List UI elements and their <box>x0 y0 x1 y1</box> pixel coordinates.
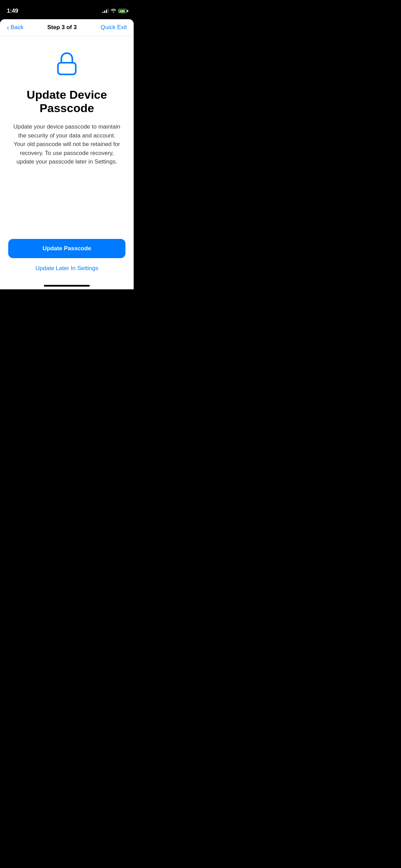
nav-title: Step 3 of 3 <box>47 24 77 31</box>
content-area: Update Device Passcode Update your devic… <box>0 36 134 233</box>
lock-icon-wrapper <box>53 50 81 79</box>
nav-bar: ‹ Back Step 3 of 3 Quick Exit <box>0 19 134 36</box>
back-chevron-icon: ‹ <box>7 24 9 31</box>
wifi-icon <box>111 8 116 14</box>
status-time: 1:49 <box>7 8 18 14</box>
page-title: Update Device Passcode <box>10 88 123 115</box>
quick-exit-button[interactable]: Quick Exit <box>100 24 127 31</box>
battery-icon: ⚡ <box>118 9 127 13</box>
home-indicator-bar <box>44 285 90 287</box>
status-bar: 1:49 ⚡ <box>0 0 134 17</box>
update-later-button[interactable]: Update Later In Settings <box>34 264 99 273</box>
status-icons: ⚡ <box>102 8 127 14</box>
footer: Update Passcode Update Later In Settings <box>0 233 134 285</box>
update-passcode-button[interactable]: Update Passcode <box>8 239 125 258</box>
lock-icon <box>53 50 81 77</box>
home-indicator-area <box>0 285 134 289</box>
page-description: Update your device passcode to maintain … <box>12 122 122 166</box>
back-button[interactable]: ‹ Back <box>7 24 23 31</box>
main-card: ‹ Back Step 3 of 3 Quick Exit Update Dev… <box>0 19 134 289</box>
back-label: Back <box>11 24 24 31</box>
signal-icon <box>102 9 109 13</box>
svg-rect-0 <box>58 63 76 74</box>
